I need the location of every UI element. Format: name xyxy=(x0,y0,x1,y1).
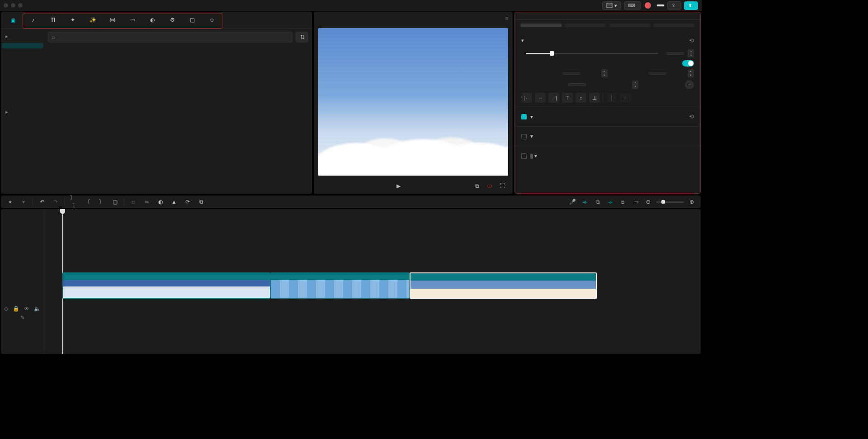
preview-icon[interactable]: ⧈ xyxy=(618,197,627,206)
layout-button[interactable]: ▾ xyxy=(602,1,621,10)
sub-basic[interactable] xyxy=(520,24,562,27)
fullscreen-icon[interactable]: ⛶ xyxy=(497,181,507,191)
sidebar-item-brandassets[interactable] xyxy=(2,106,43,118)
gutter-eye-icon[interactable]: 👁 xyxy=(24,305,29,312)
clip-1[interactable] xyxy=(62,272,270,299)
sidebar-item-transitions[interactable] xyxy=(2,81,43,86)
rotate-stepper[interactable]: ▴▾ xyxy=(632,81,638,89)
cursor-tool-icon[interactable]: ⌖ xyxy=(5,197,14,206)
zoom-slider[interactable] xyxy=(656,201,684,203)
align-vcenter-icon[interactable]: ↕ xyxy=(576,93,586,103)
player-menu-icon[interactable]: ≡ xyxy=(505,15,508,22)
zoom-in-icon[interactable]: ⊕ xyxy=(687,197,696,206)
crop-icon[interactable]: ⧉ xyxy=(197,197,206,206)
sidebar-item-greenscreen[interactable] xyxy=(2,62,43,67)
redo-icon[interactable]: ↷ xyxy=(51,197,60,206)
gutter-mute-icon[interactable]: 🔈 xyxy=(34,305,41,312)
freeze-icon[interactable]: ⧈ xyxy=(129,197,138,206)
align-left-icon[interactable]: |← xyxy=(521,93,532,103)
shortcuts-button[interactable]: ⌨ xyxy=(624,1,641,10)
transform-reset-icon[interactable]: ⟲ xyxy=(689,37,694,44)
stabilize-label[interactable]: ▾ xyxy=(521,133,533,139)
tab-captions[interactable]: ▭ xyxy=(123,14,142,28)
rotate-icon[interactable]: ⟳ xyxy=(183,197,192,206)
cover-icon[interactable]: ✎ xyxy=(20,315,25,321)
tab-effects[interactable]: ✨ xyxy=(83,14,103,28)
pos-x-stepper[interactable]: ▴▾ xyxy=(601,69,608,77)
align-right-icon[interactable]: →| xyxy=(548,93,559,103)
mirror-h-icon[interactable]: ⇋ xyxy=(142,197,151,206)
sidebar-item-stock[interactable] xyxy=(2,43,43,48)
ratio-button[interactable] xyxy=(487,185,492,187)
share-button[interactable]: ⇪ xyxy=(667,1,681,10)
align-bottom-icon[interactable]: ⊥ xyxy=(589,93,600,103)
sidebar-item-scenery[interactable] xyxy=(2,87,43,93)
tab-text[interactable]: TI xyxy=(43,14,63,28)
zoom-out-icon[interactable]: ⊖ xyxy=(644,197,653,206)
user-chip[interactable] xyxy=(644,2,654,9)
scale-stepper[interactable]: ▴▾ xyxy=(688,49,694,57)
split-icon[interactable]: 〕〔 xyxy=(70,197,79,206)
cursor-dropdown-icon[interactable]: ▾ xyxy=(19,197,28,206)
player-viewport[interactable] xyxy=(318,28,508,176)
pos-y-stepper[interactable]: ▴▾ xyxy=(688,69,694,77)
tab-import[interactable]: ▣ xyxy=(3,14,23,29)
timeline[interactable]: ◇ 🔒 👁 🔈 ✎ xyxy=(1,209,701,354)
trim-right-icon[interactable]: 〕 xyxy=(97,197,106,206)
sub-retouch[interactable] xyxy=(653,24,695,27)
track-thumb-icon[interactable]: ▭ xyxy=(631,197,640,206)
sidebar-item-trending[interactable] xyxy=(2,56,43,61)
pos-x-value[interactable] xyxy=(562,72,580,75)
scale-slider[interactable] xyxy=(526,53,658,54)
uniform-toggle[interactable] xyxy=(682,60,694,67)
gutter-lock-icon[interactable]: 🔒 xyxy=(13,305,19,312)
window-controls[interactable] xyxy=(4,3,23,8)
blend-reset-icon[interactable]: ⟲ xyxy=(689,113,694,120)
delete-icon[interactable]: ▢ xyxy=(110,197,119,206)
blend-checkbox[interactable] xyxy=(521,114,527,119)
tab-templates[interactable]: ▢ xyxy=(182,14,202,28)
tab-stickers[interactable]: ✦ xyxy=(63,14,83,28)
enhance-label[interactable]: ▾ xyxy=(521,153,537,159)
mic-icon[interactable]: 🎤 xyxy=(568,197,577,206)
sidebar-item-introend[interactable] xyxy=(2,75,43,80)
clip-3[interactable] xyxy=(410,272,597,299)
pos-y-value[interactable] xyxy=(649,72,667,75)
tab-adjustment[interactable]: ⚙ xyxy=(162,14,182,28)
join-pro-button[interactable] xyxy=(656,4,665,7)
undo-icon[interactable]: ↶ xyxy=(38,197,47,206)
export-button[interactable]: ⬆ xyxy=(684,1,698,10)
sub-mask[interactable] xyxy=(609,24,651,27)
sidebar-item-life[interactable] xyxy=(2,100,43,105)
stabilize-checkbox[interactable] xyxy=(521,134,527,139)
enhance-checkbox[interactable] xyxy=(521,153,527,159)
timeline-ruler[interactable] xyxy=(44,209,701,218)
tab-filters[interactable]: ◐ xyxy=(142,14,162,28)
align-top-icon[interactable]: ⊤ xyxy=(562,93,573,103)
trim-left-icon[interactable]: 〔 xyxy=(83,197,92,206)
search-input[interactable]: ⌕ xyxy=(48,32,292,43)
blend-label[interactable]: ▾ xyxy=(521,114,533,120)
snapshot-icon[interactable]: ⧉ xyxy=(472,181,482,191)
gutter-marker-icon[interactable]: ◇ xyxy=(4,305,8,312)
sub-removebg[interactable] xyxy=(565,24,606,27)
link-icon[interactable]: ⧉ xyxy=(593,197,602,206)
scale-value[interactable] xyxy=(666,52,684,55)
sidebar-item-spaces[interactable] xyxy=(2,31,43,42)
snap-icon[interactable]: ⟛ xyxy=(606,197,615,206)
sidebar-item-background[interactable] xyxy=(2,68,43,74)
tab-audio[interactable]: ♪ xyxy=(23,14,43,28)
sidebar-item-favorites[interactable] xyxy=(2,49,43,55)
play-button[interactable]: ▶ xyxy=(393,181,403,191)
sidebar-item-atmosphere[interactable] xyxy=(2,94,43,99)
tab-transitions[interactable]: ⋈ xyxy=(103,14,123,28)
tab-aicharacters[interactable]: ☺ xyxy=(202,14,222,28)
flip-h-icon[interactable]: ▲ xyxy=(170,197,179,206)
magnet-on-icon[interactable]: ⟛ xyxy=(580,197,590,206)
align-hcenter-icon[interactable]: ↔ xyxy=(535,93,546,103)
rotate-value[interactable] xyxy=(568,83,586,86)
mirror-button[interactable]: − xyxy=(685,80,694,89)
filter-all[interactable]: ⇅ xyxy=(295,32,308,43)
clip-2[interactable] xyxy=(270,272,410,299)
reverse-icon[interactable]: ◐ xyxy=(156,197,165,206)
